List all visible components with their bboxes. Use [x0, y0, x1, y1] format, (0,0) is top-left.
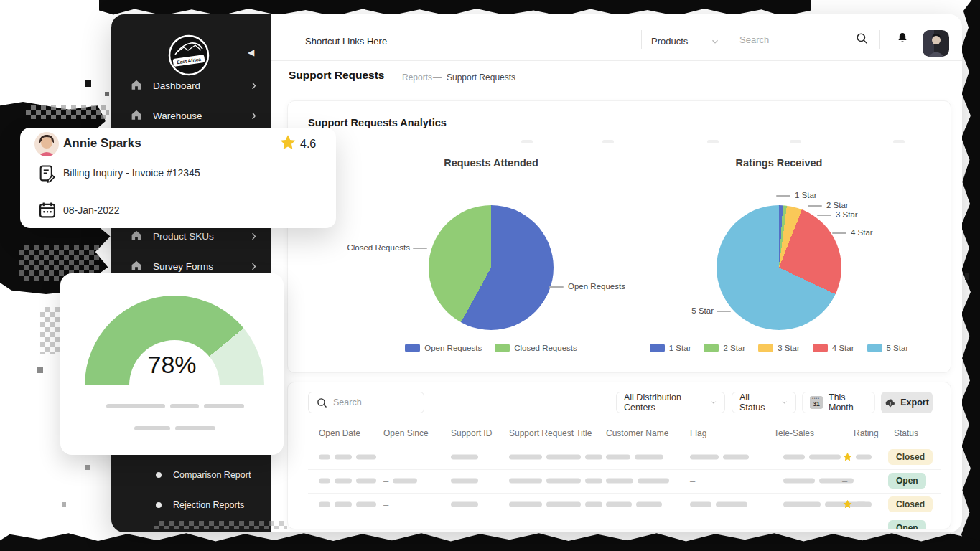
row-divider	[308, 446, 941, 446]
pie-callout-line	[817, 215, 831, 216]
sidebar-item-product-skus[interactable]: Product SKUs	[130, 226, 259, 246]
pie-slice-label: 3 Star	[836, 210, 858, 219]
pie-slice-label: 2 Star	[826, 201, 849, 209]
ticket-note-icon	[37, 164, 57, 187]
cloud-download-icon	[885, 397, 896, 408]
chart-legend: 1 Star2 Star3 Star4 Star5 Star	[613, 344, 945, 352]
status-badge: Open	[888, 473, 926, 489]
agent-summary-card: Annie Sparks 4.6 Billing Inquiry - Invoi…	[20, 128, 336, 228]
sidebar-item-rejection-reports[interactable]: Rejection Reports	[156, 497, 271, 513]
pie-slice-label: 1 Star	[795, 191, 817, 199]
speck	[85, 465, 90, 470]
breadcrumb-section[interactable]: Reports	[402, 72, 432, 83]
column-header-support-request-title: Support Request Title	[509, 428, 592, 438]
cell-open-since: –	[383, 502, 393, 507]
pie-graphic	[429, 205, 554, 330]
legend-item[interactable]: 4 Star	[813, 344, 854, 352]
speck	[105, 92, 109, 96]
cell-tele-sales	[783, 455, 845, 460]
cell-support-request-title	[509, 502, 607, 507]
legend-swatch	[813, 344, 828, 352]
legend-item[interactable]: 2 Star	[704, 344, 745, 352]
row-divider	[308, 517, 941, 517]
cell-support-id	[451, 479, 482, 484]
gauge-value: 78%	[60, 351, 284, 379]
divider	[641, 30, 642, 49]
sidebar-item-warehouse[interactable]: Warehouse	[130, 105, 259, 126]
notification-bell-icon[interactable]	[896, 32, 909, 47]
status-filter-dropdown[interactable]: All Status	[732, 392, 796, 413]
cell-open-date	[319, 455, 381, 460]
export-button[interactable]: Export	[881, 392, 933, 413]
distribution-filter-label: All Distribution Centers	[624, 392, 699, 413]
chevron-right-icon	[248, 110, 259, 121]
cell-customer-name	[606, 455, 668, 460]
table-search-input[interactable]	[333, 395, 419, 410]
breadcrumb-current: Support Requests	[447, 72, 515, 83]
page-title: Support Requests	[289, 69, 384, 82]
cell-customer-name	[606, 479, 673, 484]
divider	[879, 30, 880, 49]
table-search-box	[308, 392, 424, 413]
cell-open-date	[319, 479, 381, 484]
agent-name: Annie Sparks	[63, 136, 141, 151]
sidebar-item-label: Product SKUs	[153, 231, 214, 242]
legend-item[interactable]: Open Requests	[405, 344, 482, 352]
shortcut-links[interactable]: Shortcut Links Here	[305, 36, 387, 47]
skeleton-bar	[790, 140, 801, 143]
pie-callout-line	[717, 311, 731, 312]
divider	[729, 30, 729, 49]
products-dropdown[interactable]: Products	[651, 36, 688, 47]
legend-swatch	[758, 344, 773, 352]
bullet-icon	[156, 472, 162, 478]
speck	[62, 502, 66, 507]
skeleton-bar	[521, 140, 533, 143]
column-header-flag: Flag	[690, 428, 706, 438]
legend-swatch	[867, 344, 882, 352]
user-avatar[interactable]	[923, 30, 949, 57]
status-filter-label: All Status	[739, 392, 770, 413]
status-badge: Closed	[888, 496, 933, 512]
legend-item[interactable]: 1 Star	[650, 344, 691, 352]
pie-callout-line	[413, 248, 427, 249]
pie-slice-label: Closed Requests	[347, 243, 410, 252]
analytics-card: Support Requests Analytics Requests Atte…	[287, 100, 951, 373]
cell-flag	[690, 502, 752, 507]
legend-item[interactable]: Closed Requests	[495, 344, 577, 352]
pie-slice-label: 4 Star	[851, 228, 873, 237]
skeleton-bar	[175, 426, 215, 430]
topbar-search-input[interactable]	[739, 30, 847, 49]
column-header-support-id: Support ID	[451, 428, 492, 438]
cell-rating	[842, 452, 876, 463]
cell-support-id	[451, 502, 482, 507]
legend-label: 4 Star	[832, 344, 854, 352]
chevron-right-icon	[248, 261, 259, 272]
sidebar-item-comparison-report[interactable]: Comparison Report	[156, 467, 271, 483]
chevron-right-icon	[248, 80, 259, 91]
sidebar-item-label: Comparison Report	[173, 470, 251, 480]
sidebar-collapse-icon[interactable]: ◀	[248, 47, 254, 57]
distribution-filter-dropdown[interactable]: All Distribution Centers	[616, 392, 725, 413]
legend-item[interactable]: 5 Star	[867, 344, 909, 352]
home-icon	[130, 229, 143, 244]
sidebar-item-label: Warehouse	[153, 110, 202, 121]
sidebar-item-dashboard[interactable]: Dashboard	[130, 75, 259, 95]
analytics-card-title: Support Requests Analytics	[308, 117, 447, 128]
cell-customer-name	[606, 502, 666, 507]
skeleton-bar	[170, 404, 199, 408]
calendar-icon	[37, 200, 57, 223]
search-icon[interactable]	[855, 32, 869, 48]
period-filter-label: This Month	[829, 392, 867, 413]
legend-swatch	[650, 344, 665, 352]
legend-item[interactable]: 3 Star	[758, 344, 800, 352]
period-filter[interactable]: •••• 31 This Month	[802, 392, 875, 413]
skeleton-bar	[204, 404, 244, 408]
bullet-icon	[156, 502, 162, 508]
star-icon	[279, 133, 297, 155]
home-icon	[130, 108, 143, 123]
ticket-subject: Billing Inquiry - Invoice #12345	[63, 167, 200, 179]
legend-swatch	[704, 344, 719, 352]
chart-title: Ratings Received	[613, 157, 945, 169]
pie-chart-ratings-received: Ratings Received 1 Star2 Star3 Star4 Sta…	[613, 151, 945, 367]
breadcrumb-separator: —	[433, 72, 442, 83]
